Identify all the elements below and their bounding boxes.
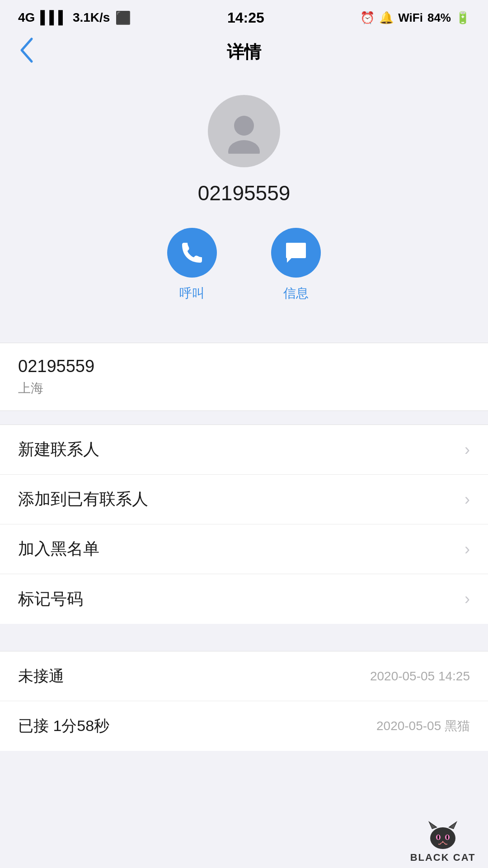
call-log-label-1: 未接通 [18,666,64,687]
vpn-icon: ⬛ [115,10,131,25]
battery-icon: 🔋 [455,11,470,25]
section-gap-1 [0,411,488,425]
menu-item-add-existing-label: 添加到已有联系人 [18,488,148,510]
menu-item-blacklist-label: 加入黑名单 [18,538,99,560]
call-label: 呼叫 [179,285,205,302]
mute-icon: 🔔 [379,11,394,25]
back-button[interactable] [18,37,36,67]
black-cat-text: BLACK CAT [410,852,476,863]
call-log-item-2: 已接 1分58秒 2020-05-05 黑猫 [0,701,488,751]
message-button[interactable]: 信息 [271,228,321,302]
chevron-icon-1: › [465,440,470,459]
message-circle [271,228,321,278]
call-log-label-2: 已接 1分58秒 [18,716,109,736]
svg-point-9 [437,835,439,840]
phone-info-location: 上海 [18,380,470,397]
call-log-item-1: 未接通 2020-05-05 14:25 [0,651,488,701]
call-log-time-2: 2020-05-05 黑猫 [376,717,470,735]
menu-item-add-existing[interactable]: 添加到已有联系人 › [0,475,488,524]
black-cat-watermark: BLACK CAT [398,809,488,868]
profile-phone-number: 02195559 [198,181,291,205]
chevron-icon-4: › [465,590,470,609]
menu-item-new-contact[interactable]: 新建联系人 › [0,425,488,475]
signal-bars: ▌▌▌ [40,10,67,25]
status-left: 4G ▌▌▌ 3.1K/s ⬛ [18,10,131,25]
phone-info-card: 02195559 上海 [0,343,488,411]
menu-list: 新建联系人 › 添加到已有联系人 › 加入黑名单 › 标记号码 › [0,425,488,624]
status-bar: 4G ▌▌▌ 3.1K/s ⬛ 14:25 ⏰ 🔔 WiFi 84% 🔋 [0,0,488,32]
signal-text: 4G [18,10,35,25]
call-circle [167,228,217,278]
speed-text: 3.1K/s [73,10,110,25]
svg-point-0 [234,116,254,136]
chevron-icon-2: › [465,490,470,509]
alarm-icon: ⏰ [360,11,375,25]
status-time: 14:25 [227,9,264,26]
menu-item-new-contact-label: 新建联系人 [18,439,99,461]
page-title: 详情 [227,41,261,64]
svg-point-2 [430,827,455,849]
profile-section: 02195559 呼叫 信息 [0,72,488,343]
call-button[interactable]: 呼叫 [167,228,217,302]
phone-info-number: 02195559 [18,357,470,376]
svg-point-1 [228,140,260,154]
menu-item-blacklist[interactable]: 加入黑名单 › [0,524,488,574]
svg-point-10 [446,835,448,840]
chevron-icon-3: › [465,540,470,559]
message-label: 信息 [283,285,309,302]
menu-item-mark-number[interactable]: 标记号码 › [0,574,488,624]
call-log-section: 未接通 2020-05-05 14:25 已接 1分58秒 2020-05-05… [0,651,488,751]
menu-item-mark-number-label: 标记号码 [18,588,83,610]
status-right: ⏰ 🔔 WiFi 84% 🔋 [360,11,470,25]
section-gap-2 [0,624,488,637]
call-log-time-1: 2020-05-05 14:25 [370,669,470,684]
page-header: 详情 [0,32,488,72]
wifi-icon: WiFi [398,11,423,25]
action-buttons: 呼叫 信息 [167,228,321,302]
avatar [208,95,280,167]
black-cat-logo: BLACK CAT [410,820,476,863]
battery-text: 84% [427,11,451,25]
